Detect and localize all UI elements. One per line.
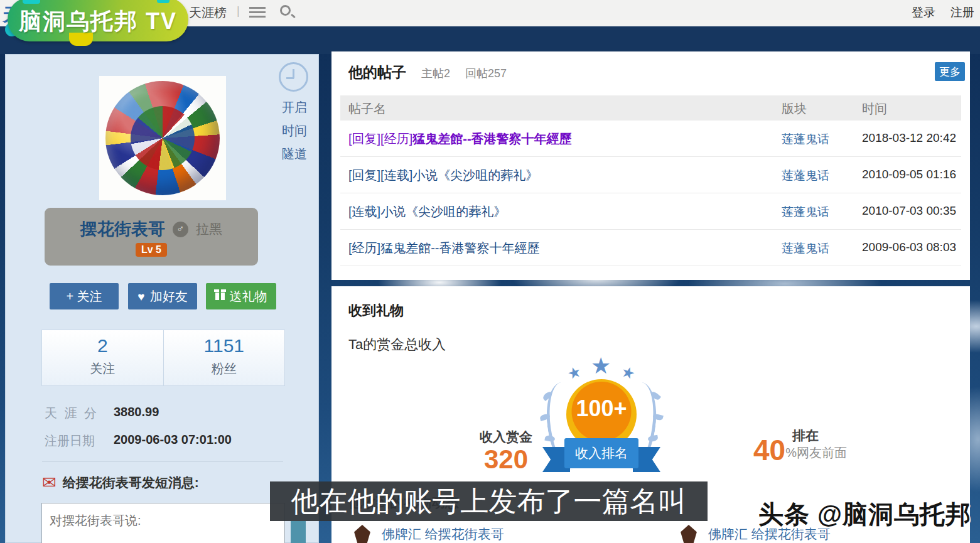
send-gift-label: 送礼物 [230,288,267,305]
following-label: 关注 [42,360,163,377]
nav-separator: | [237,4,240,18]
logo-accent-cyan [157,0,170,3]
send-gift-button[interactable]: 送礼物 [206,283,276,309]
add-friend-button[interactable]: ♥ 加好友 [128,283,197,309]
gifts-title: 收到礼物 [348,301,404,320]
column-time: 时间 [862,100,887,117]
post-title-link[interactable]: [回复][连载]小说《尖沙咀的葬礼》 [348,167,538,184]
avatar[interactable] [99,76,226,200]
level-badge: Lv 5 [136,243,167,257]
following-stat[interactable]: 2 关注 [42,330,164,385]
register-date-label: 注册日期 [45,433,95,449]
followers-label: 粉丝 [164,360,285,377]
follow-stats: 2 关注 1151 粉丝 [41,330,285,386]
badge-value: 100+ [566,395,637,422]
followers-stat[interactable]: 1151 粉丝 [164,330,285,385]
username-plate: 摆花街表哥 ♂ 拉黑 Lv 5 [45,208,258,266]
star-icon: ★ [619,362,637,383]
post-time: 2018-03-12 20:42 [862,131,956,145]
posts-table-body: [回复][经历]猛鬼差館--香港警察十年經歷 莲蓬鬼话 2018-03-12 2… [340,121,961,266]
rank-value: 40 [753,436,785,465]
score-label: 天 涯 分 [45,405,99,422]
send-message-heading: 给摆花街表哥发短消息: [63,474,199,492]
time-tunnel-line: 时间 [277,119,311,142]
gift-item-text: 佛牌汇 给摆花街表哥 [382,525,504,543]
rank-suffix: %网友前面 [785,444,847,465]
time-tunnel-line: 开启 [277,96,311,119]
message-input[interactable] [41,503,285,543]
main-posts-count: 主帖2 [421,66,450,81]
time-tunnel-clock-icon[interactable] [279,62,308,92]
board-link[interactable]: 莲蓬鬼话 [782,204,829,220]
table-row: [连载]小说《尖沙咀的葬礼》 莲蓬鬼话 2010-07-03 00:35 [340,193,961,230]
follow-button[interactable]: + 关注 [50,283,119,309]
menu-icon[interactable] [249,7,266,9]
posts-title: 他的帖子 [348,63,406,82]
board-link[interactable]: 莲蓬鬼话 [782,168,829,184]
board-link[interactable]: 莲蓬鬼话 [782,131,829,148]
list-item[interactable]: 佛牌汇 给摆花街表哥 [352,525,504,543]
block-link[interactable]: 拉黑 [196,220,222,238]
board-link[interactable]: 莲蓬鬼话 [782,240,829,257]
followers-count: 1151 [164,335,285,357]
post-title-link[interactable]: [经历]猛鬼差館--香港警察十年經歷 [348,240,539,257]
table-row: [经历]猛鬼差館--香港警察十年經歷 莲蓬鬼话 2009-06-03 08:03 [340,230,961,266]
post-time: 2010-07-03 00:35 [862,204,956,218]
video-subtitle-text: 他在他的账号上发布了一篇名叫 [291,483,687,520]
video-artifact-strip [291,521,306,543]
envelope-icon: ✉ [42,475,57,492]
login-link[interactable]: 登录 [912,4,935,21]
profile-panel: 开启 时间 隧道 摆花街表哥 ♂ 拉黑 Lv 5 + 关注 ♥ 加好友 送礼物 … [5,54,319,543]
bounty-income-heading: Ta的赏金总收入 [348,335,446,354]
nav-tianya-rank[interactable]: 天涯榜 [189,4,227,21]
divider [42,461,283,462]
income-rank-badge: ★ ★ ★ 100+ 收入排名 [539,349,664,481]
column-post-name: 帖子名 [348,100,386,117]
logo-accent-cyan [23,0,40,4]
heart-icon: ♥ [137,291,144,303]
posts-table-header: 帖子名 版块 时间 [340,95,961,121]
channel-logo-text: 脑洞乌托邦 TV [8,6,188,37]
score-value: 3880.99 [114,405,159,419]
post-title-link[interactable]: [回复][经历]猛鬼差館--香港警察十年經歷 [348,131,572,148]
ribbon-banner: 收入排名 [564,438,638,468]
time-tunnel-link[interactable]: 开启 时间 隧道 [277,96,311,166]
post-title-link[interactable]: [连载]小说《尖沙咀的葬礼》 [348,203,506,220]
table-row: [回复][连载]小说《尖沙咀的葬礼》 莲蓬鬼话 2010-09-05 01:16 [340,157,961,193]
badge-label: 收入排名 [575,444,628,462]
post-time: 2009-06-03 08:03 [862,240,956,254]
more-button[interactable]: 更多 [935,62,965,81]
star-icon: ★ [591,353,611,379]
channel-watermark: 头条 @脑洞乌托邦 [758,497,971,532]
username: 摆花街表哥 [80,218,165,240]
following-count: 2 [42,335,163,357]
search-icon[interactable] [280,5,291,16]
star-icon: ★ [565,362,583,383]
post-time: 2010-09-05 01:16 [862,168,956,181]
avatar-globe-image [105,81,220,195]
replies-count: 回帖257 [465,66,507,81]
posts-panel: 他的帖子 主帖2 回帖257 更多 帖子名 版块 时间 [回复][经历]猛鬼差館… [331,51,970,280]
table-row: [回复][经历]猛鬼差館--香港警察十年經歷 莲蓬鬼话 2018-03-12 2… [340,121,961,157]
male-gender-icon: ♂ [173,222,188,237]
amulet-gift-icon [678,525,699,543]
video-subtitle-bar: 他在他的账号上发布了一篇名叫 [270,481,708,521]
column-board: 版块 [782,100,807,117]
register-date-value: 2009-06-03 07:01:00 [114,433,232,447]
amulet-gift-icon [352,525,373,543]
time-tunnel-line: 隧道 [277,142,311,166]
channel-logo: 脑洞乌托邦 TV [8,0,188,41]
add-friend-label: 加好友 [150,288,188,305]
gift-icon [215,293,225,300]
register-link[interactable]: 注册 [950,4,974,21]
